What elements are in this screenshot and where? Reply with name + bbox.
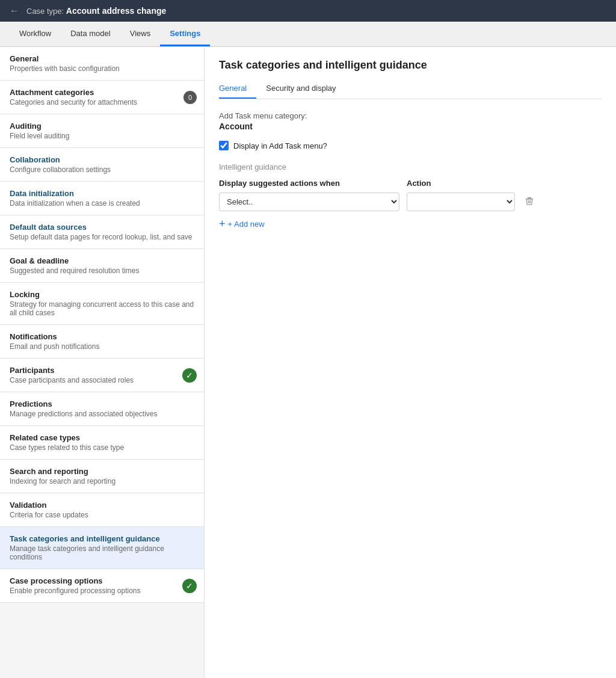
sidebar-item-desc: Email and push notifications xyxy=(10,342,194,351)
sidebar-item-title: General xyxy=(10,54,194,63)
sidebar-item-title: Attachment categories xyxy=(10,88,194,97)
content-title: Task categories and intelligent guidance xyxy=(219,59,602,72)
sidebar-item-desc: Properties with basic configuration xyxy=(10,64,194,73)
tab-data-model[interactable]: Data model xyxy=(61,22,120,46)
sidebar-item-title: Auditing xyxy=(10,122,194,131)
badge-count: 0 xyxy=(183,91,197,104)
sidebar-item-validation[interactable]: Validation Criteria for case updates xyxy=(0,493,204,527)
trash-icon xyxy=(525,196,534,206)
sidebar-item-title: Goal & deadline xyxy=(10,256,194,265)
sidebar-item-collaboration[interactable]: Collaboration Configure collaboration se… xyxy=(0,148,204,182)
sidebar-item-title: Case processing options xyxy=(10,576,194,585)
sidebar-item-desc: Setup default data pages for record look… xyxy=(10,233,194,241)
sidebar-item-participants[interactable]: Participants Case participants and assoc… xyxy=(0,359,204,392)
sidebar-item-attachment-categories[interactable]: Attachment categories Categories and sec… xyxy=(0,81,204,114)
sidebar-item-title: Default data sources xyxy=(10,223,194,232)
sidebar-item-locking[interactable]: Locking Strategy for managing concurrent… xyxy=(0,283,204,325)
content-tab-security[interactable]: Security and display xyxy=(266,79,345,99)
sidebar-item-auditing[interactable]: Auditing Field level auditing xyxy=(0,114,204,148)
sidebar-item-search-reporting[interactable]: Search and reporting Indexing for search… xyxy=(0,460,204,493)
sidebar-item-title: Related case types xyxy=(10,433,194,442)
check-badge-case-processing: ✓ xyxy=(182,579,197,593)
sidebar-item-desc: Suggested and required resolution times xyxy=(10,267,194,275)
add-task-menu-label: Add Task menu category: xyxy=(219,111,602,120)
sidebar-item-desc: Case types related to this case type xyxy=(10,443,194,452)
sidebar-item-related-case-types[interactable]: Related case types Case types related to… xyxy=(0,426,204,460)
svg-rect-1 xyxy=(528,197,531,199)
sidebar-item-desc: Field level auditing xyxy=(10,132,194,140)
table-row-form: Select.. xyxy=(219,193,602,211)
sidebar-item-title: Search and reporting xyxy=(10,467,194,476)
sidebar-item-title: Participants xyxy=(10,366,194,375)
case-type-title: Account address change xyxy=(66,6,167,16)
sidebar-item-title: Locking xyxy=(10,290,194,299)
content-tab-general[interactable]: General xyxy=(219,79,256,99)
display-checkbox-row: Display in Add Task menu? xyxy=(219,141,602,150)
action-select[interactable] xyxy=(407,193,515,211)
tab-settings[interactable]: Settings xyxy=(160,22,210,46)
sidebar-item-title: Validation xyxy=(10,501,194,510)
sidebar-item-title: Predictions xyxy=(10,399,194,408)
sidebar-item-title: Collaboration xyxy=(10,155,194,164)
sidebar-item-default-data-sources[interactable]: Default data sources Setup default data … xyxy=(0,215,204,249)
content-tabs: General Security and display xyxy=(219,79,602,99)
back-button[interactable]: ← xyxy=(10,5,19,16)
tab-workflow[interactable]: Workflow xyxy=(10,22,61,46)
sidebar-item-desc: Criteria for case updates xyxy=(10,511,194,519)
sidebar-item-desc: Manage task categories and intelligent g… xyxy=(10,544,194,561)
check-icon: ✓ xyxy=(182,368,197,383)
check-icon: ✓ xyxy=(182,579,197,593)
sidebar-item-desc: Data initialization when a case is creat… xyxy=(10,199,194,208)
check-badge: ✓ xyxy=(182,368,197,383)
sidebar-item-desc: Categories and security for attachments xyxy=(10,98,194,106)
sidebar-item-desc: Case participants and associated roles xyxy=(10,376,194,384)
top-nav: Workflow Data model Views Settings xyxy=(0,22,616,47)
plus-icon: + xyxy=(219,218,226,229)
intelligent-guidance-label: Intelligent guidance xyxy=(219,162,602,171)
tab-views[interactable]: Views xyxy=(120,22,160,46)
col-header-action: Action xyxy=(407,179,515,188)
sidebar-item-general[interactable]: General Properties with basic configurat… xyxy=(0,47,204,81)
display-checkbox-label[interactable]: Display in Add Task menu? xyxy=(233,141,327,150)
add-new-label: + Add new xyxy=(228,220,265,229)
main-layout: General Properties with basic configurat… xyxy=(0,47,616,678)
sidebar-item-desc: Indexing for search and reporting xyxy=(10,477,194,485)
content-panel: Task categories and intelligent guidance… xyxy=(205,47,616,678)
sidebar-item-desc: Enable preconfigured processing options xyxy=(10,587,194,595)
sidebar-item-goal-deadline[interactable]: Goal & deadline Suggested and required r… xyxy=(0,249,204,283)
delete-row-button[interactable] xyxy=(522,194,537,211)
sidebar-item-data-initialization[interactable]: Data initialization Data initialization … xyxy=(0,182,204,215)
table-header: Display suggested actions when Action xyxy=(219,179,602,188)
sidebar: General Properties with basic configurat… xyxy=(0,47,205,678)
display-checkbox[interactable] xyxy=(219,141,229,150)
case-type-label: Case type: xyxy=(26,7,64,16)
add-task-menu-value: Account xyxy=(219,122,602,131)
app-header: ← Case type: Account address change xyxy=(0,0,616,22)
sidebar-item-title: Task categories and intelligent guidance xyxy=(10,534,194,543)
content-inner: Task categories and intelligent guidance… xyxy=(205,47,616,241)
sidebar-item-title: Data initialization xyxy=(10,189,194,198)
sidebar-item-desc: Strategy for managing concurrent access … xyxy=(10,300,194,317)
sidebar-item-predictions[interactable]: Predictions Manage predictions and assoc… xyxy=(0,392,204,426)
sidebar-item-title: Notifications xyxy=(10,332,194,341)
sidebar-item-desc: Manage predictions and associated object… xyxy=(10,410,194,418)
suggested-actions-select[interactable]: Select.. xyxy=(219,193,399,211)
col-header-suggested: Display suggested actions when xyxy=(219,179,399,188)
sidebar-item-case-processing[interactable]: Case processing options Enable preconfig… xyxy=(0,569,204,603)
add-new-button[interactable]: + + Add new xyxy=(219,218,265,229)
sidebar-item-task-categories[interactable]: Task categories and intelligent guidance… xyxy=(0,527,204,569)
sidebar-item-notifications[interactable]: Notifications Email and push notificatio… xyxy=(0,325,204,359)
sidebar-item-desc: Configure collaboration settings xyxy=(10,165,194,174)
